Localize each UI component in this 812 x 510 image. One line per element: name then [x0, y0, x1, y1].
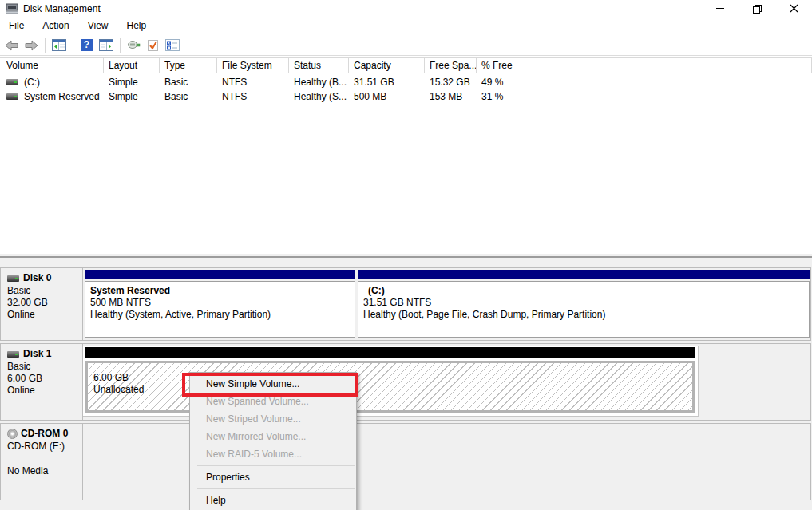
window-title: Disk Management: [23, 3, 101, 14]
partition-size: 31.51 GB NTFS: [363, 297, 806, 309]
menu-item-new-raid5-volume: New RAID-5 Volume...: [190, 445, 356, 463]
column-header-layout[interactable]: Layout: [104, 58, 160, 73]
volume-layout: Simple: [104, 91, 160, 102]
menu-view[interactable]: View: [81, 18, 116, 33]
disk-name: Disk 1: [23, 348, 51, 360]
close-icon: [790, 4, 798, 13]
app-icon: [6, 3, 18, 14]
volume-icon: [6, 79, 18, 85]
toolbar-separator: [120, 38, 121, 53]
show-action-pane-icon: [99, 39, 113, 51]
disk-icon: [7, 351, 19, 358]
volume-capacity: 31.51 GB: [349, 77, 425, 88]
column-header-volume[interactable]: Volume: [0, 58, 104, 73]
highlight-box: [182, 373, 358, 397]
table-row[interactable]: (C:) Simple Basic NTFS Healthy (B... 31.…: [0, 75, 812, 89]
show-console-tree-icon: [52, 39, 66, 51]
cdrom-status: No Media: [7, 465, 79, 477]
disk0-label-panel[interactable]: Disk 0 Basic 32.00 GB Online: [1, 268, 83, 340]
disk-management-window: Disk Management File Action View Help: [0, 0, 812, 510]
menu-item-help[interactable]: Help: [190, 492, 356, 509]
disk-size: 6.00 GB: [7, 373, 79, 385]
restore-icon: [753, 5, 761, 13]
volume-file-system: NTFS: [217, 91, 289, 102]
table-row[interactable]: System Reserved Simple Basic NTFS Health…: [0, 89, 812, 104]
volume-table-header: Volume Layout Type File System Status Ca…: [0, 57, 812, 73]
volume-icon: [6, 93, 18, 100]
partition-color-bar: [85, 270, 355, 279]
unallocated-region[interactable]: 6.00 GB Unallocated: [83, 346, 699, 417]
menu-item-properties[interactable]: Properties: [190, 468, 356, 486]
column-header-pct-free[interactable]: % Free: [477, 58, 549, 73]
forward-button[interactable]: [22, 37, 40, 54]
disk-name: Disk 0: [23, 272, 51, 284]
volume-free-space: 153 MB: [425, 91, 477, 102]
restore-button[interactable]: [739, 0, 775, 17]
menu-separator: [197, 465, 355, 466]
disk1-label-panel[interactable]: Disk 1 Basic 6.00 GB Online: [1, 344, 83, 420]
volume-layout: Simple: [104, 77, 160, 88]
volume-pct-free: 49 %: [477, 77, 549, 88]
disk-status: Online: [7, 385, 79, 397]
inspect-icon: [127, 40, 141, 51]
cdrom-drive-letter: CD-ROM (E:): [7, 441, 79, 453]
partition-system-reserved[interactable]: System Reserved 500 MB NTFS Healthy (Sys…: [85, 270, 355, 338]
menu-item-new-striped-volume: New Striped Volume...: [190, 410, 356, 428]
checklist-icon: [165, 39, 180, 51]
minimize-button[interactable]: [702, 0, 739, 17]
cdrom0-label-panel[interactable]: CD-ROM 0 CD-ROM (E:) No Media: [1, 424, 83, 500]
toolbar: ?: [0, 35, 812, 56]
inspect-button[interactable]: [125, 37, 143, 54]
volume-status: Healthy (S...: [289, 91, 349, 102]
volume-pct-free: 31 %: [477, 91, 549, 102]
menu-help[interactable]: Help: [120, 18, 154, 33]
pane-splitter[interactable]: [0, 254, 812, 261]
help-button[interactable]: ?: [77, 37, 96, 54]
menu-action[interactable]: Action: [35, 18, 76, 33]
disk1-row: Disk 1 Basic 6.00 GB Online 6.00 GB Unal…: [0, 343, 811, 421]
cdrom-name: CD-ROM 0: [21, 428, 68, 440]
partition-color-bar: [358, 270, 810, 279]
column-header-empty: [549, 58, 812, 73]
volume-capacity: 500 MB: [349, 91, 425, 102]
show-console-tree-button[interactable]: [50, 37, 68, 54]
volume-type: Basic: [160, 77, 217, 88]
menu-file[interactable]: File: [2, 18, 31, 33]
disk-type: Basic: [7, 285, 79, 297]
volume-free-space: 15.32 GB: [425, 77, 477, 88]
toolbar-separator: [45, 38, 46, 53]
column-header-capacity[interactable]: Capacity: [349, 58, 425, 73]
partition-name: (C:): [363, 285, 806, 297]
column-header-free-space[interactable]: Free Spa...: [425, 58, 477, 73]
volume-list-pane: Volume Layout Type File System Status Ca…: [0, 56, 812, 254]
partition-name: System Reserved: [90, 285, 351, 297]
partition-size: 500 MB NTFS: [90, 297, 351, 309]
checklist-button[interactable]: [163, 37, 181, 54]
check-icon: [147, 39, 159, 52]
column-header-type[interactable]: Type: [160, 58, 217, 73]
partition-health: Healthy (Boot, Page File, Crash Dump, Pr…: [363, 309, 806, 321]
disk-icon: [7, 275, 19, 282]
volume-status: Healthy (B...: [289, 77, 349, 88]
disk-status: Online: [7, 309, 79, 321]
check-task-button[interactable]: [144, 37, 162, 54]
menu-separator: [197, 488, 355, 489]
partition-c-drive[interactable]: (C:) 31.51 GB NTFS Healthy (Boot, Page F…: [358, 270, 810, 338]
disk-size: 32.00 GB: [7, 297, 79, 309]
back-button[interactable]: [2, 37, 21, 54]
cd-rom-icon: [7, 429, 18, 439]
help-icon: ?: [81, 39, 93, 51]
show-action-pane-button[interactable]: [97, 37, 115, 54]
close-button[interactable]: [775, 0, 812, 17]
partition-health: Healthy (System, Active, Primary Partiti…: [90, 309, 351, 321]
column-header-file-system[interactable]: File System: [217, 58, 289, 73]
disk-type: Basic: [7, 361, 79, 373]
minimize-icon: [716, 8, 724, 9]
title-bar: Disk Management: [0, 0, 812, 17]
volume-file-system: NTFS: [217, 77, 289, 88]
back-icon: [5, 40, 19, 51]
menu-item-new-mirrored-volume: New Mirrored Volume...: [190, 428, 356, 445]
menu-bar: File Action View Help: [0, 17, 812, 34]
column-header-status[interactable]: Status: [289, 58, 349, 73]
volume-name: (C:): [24, 77, 40, 88]
